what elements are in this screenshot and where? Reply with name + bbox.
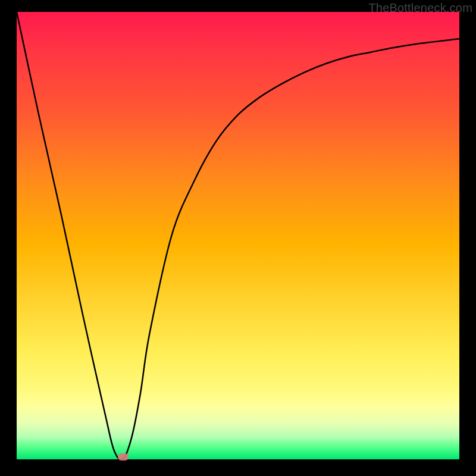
chart-plot-area [17, 12, 459, 459]
bottleneck-curve [17, 12, 459, 459]
minimum-marker [118, 453, 129, 461]
watermark-text: TheBottleneck.com [368, 1, 472, 15]
